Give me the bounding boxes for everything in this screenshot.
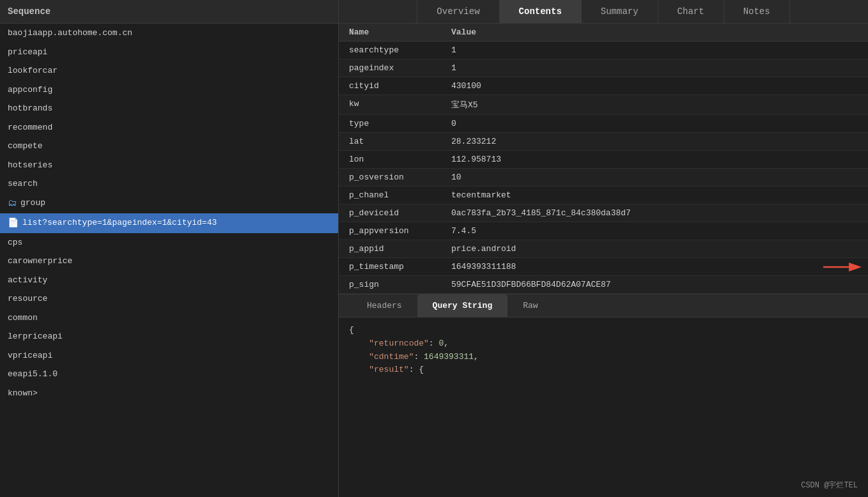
sidebar-item-appconfig[interactable]: appconfig <box>0 80 338 100</box>
tab-query-string[interactable]: Query String <box>417 294 508 317</box>
json-line: { <box>349 324 858 337</box>
param-value: 7.4.5 <box>441 222 868 240</box>
table-row[interactable]: p_appidprice.android <box>339 240 868 258</box>
sidebar-item-common[interactable]: common <box>0 309 338 328</box>
param-name: p_appversion <box>339 222 441 240</box>
sidebar-item-carownerprice[interactable]: carownerprice <box>0 252 338 271</box>
sidebar-item-label: compete <box>8 140 43 153</box>
tab-chart[interactable]: Chart <box>658 0 724 23</box>
sidebar-item-hotseries[interactable]: hotseries <box>0 156 338 175</box>
param-name: type <box>339 115 441 133</box>
param-name: p_deviceid <box>339 204 441 222</box>
sidebar-item-label: hotseries <box>8 159 52 172</box>
json-line: "returncode": 0, <box>349 337 858 351</box>
param-value: 59CFAE51D3DFBD66BFD84D62A07ACE87 <box>441 276 868 294</box>
top-tabs: Overview Contents Summary Chart Notes <box>339 0 868 23</box>
sidebar-item-label: group <box>20 197 45 210</box>
sidebar-item-label: list?searchtype=1&pageindex=1&cityid=43 <box>22 217 217 229</box>
sidebar-item-label: hotbrands <box>8 102 52 115</box>
json-line: "result": { <box>349 363 858 377</box>
tab-summary[interactable]: Summary <box>582 0 658 23</box>
sidebar-item-label: cps <box>8 236 22 249</box>
sidebar-item-search[interactable]: search <box>0 174 338 194</box>
param-name: p_osversion <box>339 169 441 187</box>
table-row[interactable]: p_timestamp1649393311188 <box>339 258 868 276</box>
sequence-label: Sequence <box>8 6 50 17</box>
main-content: baojiaapp.autohome.com.cnpriceapilookfor… <box>0 24 868 497</box>
param-name: cityid <box>339 77 441 95</box>
top-tabbar: Sequence Overview Contents Summary Chart… <box>0 0 868 24</box>
file-icon: 📄 <box>8 217 19 230</box>
param-value: 宝马X5 <box>441 95 868 115</box>
param-value: 1 <box>441 59 868 77</box>
param-name: lon <box>339 151 441 169</box>
param-name: pageindex <box>339 59 441 77</box>
sidebar-item-label: baojiaapp.autohome.com.cn <box>8 27 132 40</box>
json-line: "cdntime": 1649393311, <box>349 351 858 364</box>
folder-icon: 🗂 <box>8 197 17 210</box>
sidebar-item-known[interactable]: known> <box>0 384 338 403</box>
sidebar-item-label: lerpriceapi <box>8 330 63 343</box>
sidebar-item-label: eeapi5.1.0 <box>8 368 58 381</box>
sidebar-item-activity[interactable]: activity <box>0 271 338 290</box>
col-value: Value <box>441 24 868 42</box>
sidebar-item-label: vpriceapi <box>8 349 52 362</box>
table-row[interactable]: lat28.233212 <box>339 133 868 151</box>
table-row[interactable]: p_sign59CFAE51D3DFBD66BFD84D62A07ACE87 <box>339 276 868 294</box>
param-name: p_timestamp <box>339 258 441 276</box>
sidebar-item-label: resource <box>8 293 47 305</box>
table-row[interactable]: searchtype1 <box>339 42 868 59</box>
sidebar-item-label: search <box>8 178 38 190</box>
table-row[interactable]: kw宝马X5 <box>339 95 868 115</box>
table-row[interactable]: p_osversion10 <box>339 169 868 187</box>
sidebar-item-baojiaapp[interactable]: baojiaapp.autohome.com.cn <box>0 24 338 43</box>
table-row[interactable]: p_chaneltecentmarket <box>339 187 868 204</box>
table-row[interactable]: p_appversion7.4.5 <box>339 222 868 240</box>
sidebar-item-label: carownerprice <box>8 255 72 268</box>
param-value: 1 <box>441 42 868 59</box>
sidebar-item-label: activity <box>8 274 47 287</box>
right-panel: Name Value searchtype1pageindex1cityid43… <box>339 24 868 497</box>
param-value: tecentmarket <box>441 187 868 204</box>
sequence-header: Sequence <box>0 0 339 23</box>
sidebar-item-group[interactable]: 🗂group <box>0 194 338 213</box>
bottom-tabbar: Headers Query String Raw <box>339 294 868 317</box>
sidebar-item-vpriceapi[interactable]: vpriceapi <box>0 346 338 365</box>
param-name: p_sign <box>339 276 441 294</box>
param-name: lat <box>339 133 441 151</box>
sidebar-item-label: recommend <box>8 121 52 134</box>
sidebar-item-label: appconfig <box>8 84 52 96</box>
param-value: price.android <box>441 240 868 258</box>
table-row[interactable]: pageindex1 <box>339 59 868 77</box>
tab-contents[interactable]: Contents <box>500 0 582 23</box>
table-row[interactable]: p_deviceid0ac783fa_2b73_4185_871c_84c380… <box>339 204 868 222</box>
sidebar-item-recommend[interactable]: recommend <box>0 118 338 137</box>
sidebar-item-resource[interactable]: resource <box>0 289 338 309</box>
sidebar-item-priceapi[interactable]: priceapi <box>0 43 338 62</box>
data-table: Name Value searchtype1pageindex1cityid43… <box>339 24 868 294</box>
sidebar-item-cps[interactable]: cps <box>0 233 338 252</box>
sidebar-item-eeapi510[interactable]: eeapi5.1.0 <box>0 365 338 384</box>
tab-overview[interactable]: Overview <box>417 0 499 23</box>
param-value: 10 <box>441 169 868 187</box>
param-value: 430100 <box>441 77 868 95</box>
sidebar-item-list[interactable]: 📄list?searchtype=1&pageindex=1&cityid=43 <box>0 213 338 233</box>
table-row[interactable]: type0 <box>339 115 868 133</box>
table-row[interactable]: lon112.958713 <box>339 151 868 169</box>
col-name: Name <box>339 24 441 42</box>
table-row[interactable]: cityid430100 <box>339 77 868 95</box>
tab-notes[interactable]: Notes <box>724 0 790 23</box>
param-name: p_chanel <box>339 187 441 204</box>
sidebar-item-label: lookforcar <box>8 65 58 77</box>
tab-raw[interactable]: Raw <box>508 294 553 317</box>
svg-marker-1 <box>849 263 862 271</box>
sidebar-item-hotbrands[interactable]: hotbrands <box>0 99 338 118</box>
param-value: 0 <box>441 115 868 133</box>
param-value: 0ac783fa_2b73_4185_871c_84c380da38d7 <box>441 204 868 222</box>
param-value: 1649393311188 <box>441 258 868 276</box>
tab-headers[interactable]: Headers <box>352 294 417 317</box>
sidebar-item-lookforcar[interactable]: lookforcar <box>0 61 338 80</box>
contents-table: Name Value searchtype1pageindex1cityid43… <box>339 24 868 294</box>
sidebar-item-lerpriceapi[interactable]: lerpriceapi <box>0 327 338 346</box>
sidebar-item-compete[interactable]: compete <box>0 137 338 156</box>
